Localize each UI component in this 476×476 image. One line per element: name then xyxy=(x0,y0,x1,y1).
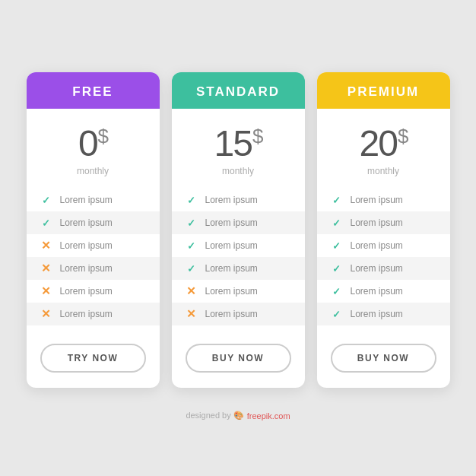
feature-text: Lorem ipsum xyxy=(60,195,113,205)
feature-text: Lorem ipsum xyxy=(205,195,258,205)
feature-row: ✓Lorem ipsum xyxy=(317,257,450,280)
feature-text: Lorem ipsum xyxy=(60,240,113,251)
feature-text: Lorem ipsum xyxy=(205,263,258,274)
price-amount-standard: 15$ xyxy=(214,122,262,164)
price-period-premium: monthly xyxy=(360,166,408,176)
card-header-premium: PREMIUM xyxy=(317,72,450,109)
btn-wrap-free: TRY NOW xyxy=(27,333,160,388)
check-icon: ✓ xyxy=(331,308,343,320)
feature-row: ✓Lorem ipsum xyxy=(27,189,160,211)
feature-text: Lorem ipsum xyxy=(205,217,258,228)
check-icon: ✓ xyxy=(331,194,343,206)
card-price-standard: 15$monthly xyxy=(214,109,262,182)
feature-text: Lorem ipsum xyxy=(351,217,403,228)
card-header-free: FREE xyxy=(27,72,160,109)
cross-icon: ✕ xyxy=(40,240,52,252)
footer: designed by 🎨 freepik.com xyxy=(186,403,290,434)
feature-row: ✓Lorem ipsum xyxy=(172,211,305,234)
feature-text: Lorem ipsum xyxy=(60,286,113,297)
cross-icon: ✕ xyxy=(186,285,198,297)
feature-text: Lorem ipsum xyxy=(351,240,403,251)
features-list-free: ✓Lorem ipsum✓Lorem ipsum✕Lorem ipsum✕Lor… xyxy=(27,182,160,333)
feature-row: ✓Lorem ipsum xyxy=(317,303,450,325)
feature-row: ✓Lorem ipsum xyxy=(317,280,450,303)
feature-text: Lorem ipsum xyxy=(205,309,258,319)
check-icon: ✓ xyxy=(40,194,52,206)
feature-text: Lorem ipsum xyxy=(60,263,113,274)
check-icon: ✓ xyxy=(186,217,198,229)
feature-text: Lorem ipsum xyxy=(351,263,403,274)
feature-row: ✕Lorem ipsum xyxy=(172,280,305,303)
feature-text: Lorem ipsum xyxy=(205,240,258,251)
check-icon: ✓ xyxy=(331,217,343,229)
price-period-free: monthly xyxy=(77,166,109,176)
feature-row: ✕Lorem ipsum xyxy=(27,234,160,257)
feature-text: Lorem ipsum xyxy=(60,309,113,319)
feature-row: ✓Lorem ipsum xyxy=(317,189,450,211)
price-amount-premium: 20$ xyxy=(360,122,408,164)
feature-text: Lorem ipsum xyxy=(205,286,258,297)
feature-text: Lorem ipsum xyxy=(351,286,403,297)
check-icon: ✓ xyxy=(186,240,198,252)
feature-row: ✕Lorem ipsum xyxy=(27,280,160,303)
feature-text: Lorem ipsum xyxy=(351,309,403,319)
check-icon: ✓ xyxy=(186,194,198,206)
footer-text: designed by 🎨 xyxy=(186,411,243,420)
feature-row: ✓Lorem ipsum xyxy=(317,234,450,257)
feature-row: ✓Lorem ipsum xyxy=(27,211,160,234)
feature-row: ✓Lorem ipsum xyxy=(317,211,450,234)
btn-wrap-premium: BUY NOW xyxy=(317,333,450,388)
cta-button-standard[interactable]: BUY NOW xyxy=(186,344,291,373)
btn-wrap-standard: BUY NOW xyxy=(172,333,305,388)
card-price-free: 0$monthly xyxy=(77,109,109,182)
check-icon: ✓ xyxy=(331,285,343,297)
check-icon: ✓ xyxy=(40,217,52,229)
check-icon: ✓ xyxy=(331,262,343,274)
feature-row: ✓Lorem ipsum xyxy=(172,189,305,211)
cross-icon: ✕ xyxy=(40,308,52,320)
check-icon: ✓ xyxy=(186,262,198,274)
cross-icon: ✕ xyxy=(40,285,52,297)
card-standard: STANDARD15$monthly✓Lorem ipsum✓Lorem ips… xyxy=(172,72,305,388)
card-premium: PREMIUM20$monthly✓Lorem ipsum✓Lorem ipsu… xyxy=(317,72,450,388)
cta-button-premium[interactable]: BUY NOW xyxy=(331,344,436,373)
features-list-premium: ✓Lorem ipsum✓Lorem ipsum✓Lorem ipsum✓Lor… xyxy=(317,182,450,333)
cross-icon: ✕ xyxy=(40,262,52,274)
cta-button-free[interactable]: TRY NOW xyxy=(40,344,146,373)
check-icon: ✓ xyxy=(331,240,343,252)
features-list-standard: ✓Lorem ipsum✓Lorem ipsum✓Lorem ipsum✓Lor… xyxy=(172,182,305,333)
feature-row: ✕Lorem ipsum xyxy=(27,303,160,325)
feature-row: ✓Lorem ipsum xyxy=(172,257,305,280)
card-price-premium: 20$monthly xyxy=(360,109,408,182)
price-period-standard: monthly xyxy=(214,166,262,176)
price-amount-free: 0$ xyxy=(77,122,109,164)
card-header-standard: STANDARD xyxy=(172,72,305,109)
feature-text: Lorem ipsum xyxy=(60,217,113,228)
footer-brand: freepik.com xyxy=(247,411,290,420)
feature-text: Lorem ipsum xyxy=(351,195,403,205)
feature-row: ✕Lorem ipsum xyxy=(172,303,305,325)
pricing-container: FREE0$monthly✓Lorem ipsum✓Lorem ipsum✕Lo… xyxy=(11,42,465,403)
cross-icon: ✕ xyxy=(186,308,198,320)
card-free: FREE0$monthly✓Lorem ipsum✓Lorem ipsum✕Lo… xyxy=(27,72,160,388)
feature-row: ✕Lorem ipsum xyxy=(27,257,160,280)
feature-row: ✓Lorem ipsum xyxy=(172,234,305,257)
